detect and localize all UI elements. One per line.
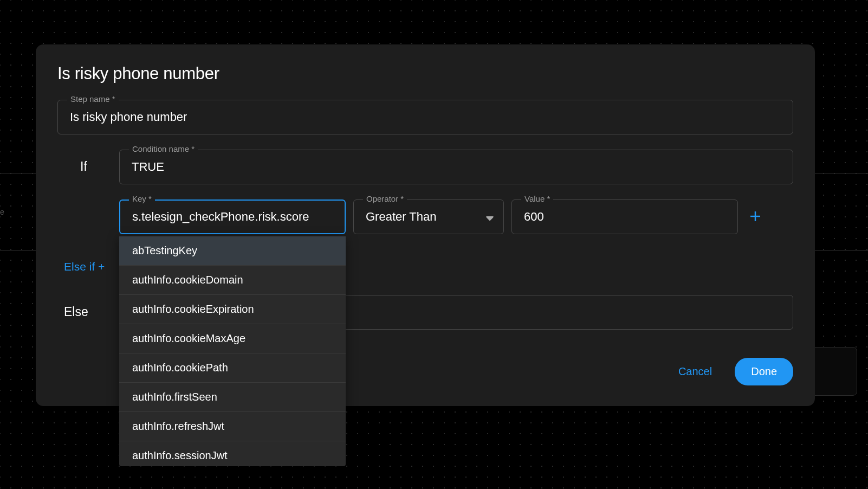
done-button[interactable]: Done xyxy=(735,358,793,385)
autocomplete-item[interactable]: authInfo.cookieMaxAge xyxy=(119,324,346,353)
autocomplete-item[interactable]: abTestingKey xyxy=(119,236,346,266)
cancel-button[interactable]: Cancel xyxy=(673,359,717,384)
operator-label: Operator * xyxy=(363,194,407,203)
condition-editor-modal: Is risky phone number Step name * If Con… xyxy=(36,44,815,406)
if-label: If xyxy=(57,159,87,174)
else-label: Else xyxy=(57,305,88,319)
key-input[interactable] xyxy=(119,200,346,234)
key-autocomplete-dropdown: abTestingKey authInfo.cookieDomain authI… xyxy=(119,236,346,466)
else-if-button[interactable]: Else if + xyxy=(57,260,105,273)
else-column: Else xyxy=(57,295,119,319)
svg-marker-0 xyxy=(486,216,494,221)
if-row: If Condition name * Key * abTestingKey a… xyxy=(57,150,793,234)
operator-select[interactable]: Greater Than xyxy=(353,200,504,234)
condition-name-field-group: Condition name * xyxy=(119,150,793,184)
autocomplete-item[interactable]: authInfo.cookiePath xyxy=(119,353,346,383)
condition-name-input[interactable] xyxy=(119,150,793,184)
operator-field-group: Operator * Greater Than xyxy=(353,200,504,234)
operator-value: Greater Than xyxy=(366,210,436,224)
chevron-down-icon xyxy=(486,210,494,224)
modal-title: Is risky phone number xyxy=(57,64,793,83)
if-content: Condition name * Key * abTestingKey auth… xyxy=(119,150,793,234)
value-field-group: Value * xyxy=(511,200,738,234)
step-name-input[interactable] xyxy=(57,100,793,134)
if-label-column: If xyxy=(57,150,119,174)
condition-expression-row: Key * abTestingKey authInfo.cookieDomain… xyxy=(119,200,793,234)
autocomplete-item[interactable]: authInfo.refreshJwt xyxy=(119,412,346,441)
autocomplete-item[interactable]: authInfo.cookieExpiration xyxy=(119,295,346,324)
autocomplete-item[interactable]: authInfo.sessionJwt xyxy=(119,441,346,466)
value-input[interactable] xyxy=(511,200,738,234)
background-text: e xyxy=(0,208,8,216)
step-name-field-group: Step name * xyxy=(57,100,793,134)
step-name-label: Step name * xyxy=(67,94,119,104)
else-if-column: Else if + xyxy=(57,260,119,273)
plus-icon xyxy=(749,210,762,223)
value-label: Value * xyxy=(521,194,553,203)
key-label: Key * xyxy=(129,194,155,203)
autocomplete-item[interactable]: authInfo.firstSeen xyxy=(119,383,346,412)
add-condition-button[interactable] xyxy=(749,207,762,227)
condition-name-label: Condition name * xyxy=(129,144,198,153)
autocomplete-item[interactable]: authInfo.cookieDomain xyxy=(119,266,346,295)
key-field-group: Key * abTestingKey authInfo.cookieDomain… xyxy=(119,200,346,234)
